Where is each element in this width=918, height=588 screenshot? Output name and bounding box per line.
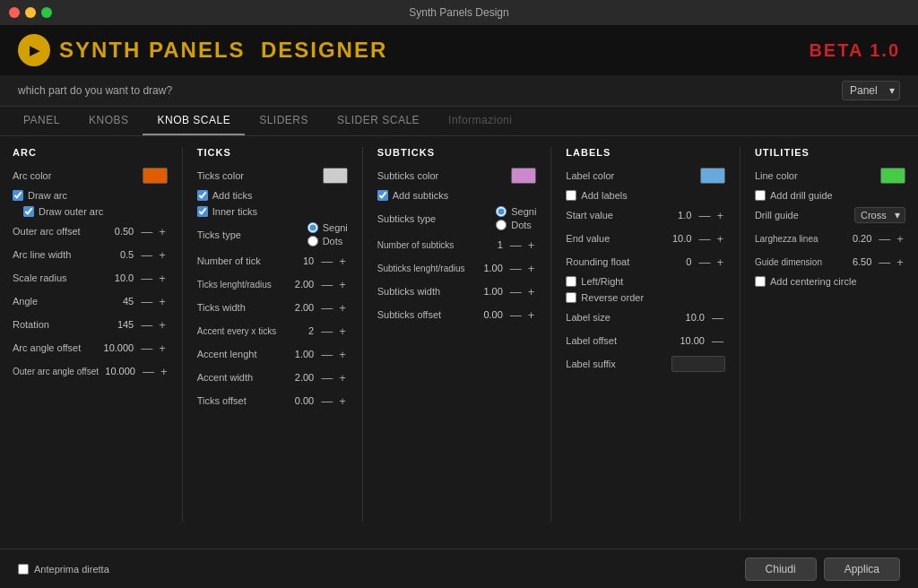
ticks-color-swatch[interactable] [323, 168, 348, 184]
subticks-color-swatch[interactable] [511, 168, 536, 184]
accent-every-x-ticks-increase[interactable]: + [337, 325, 348, 337]
tab-sliders[interactable]: SLIDERS [245, 107, 323, 135]
subticks-width-increase[interactable]: + [526, 286, 537, 298]
inner-ticks-row: Inner ticks [197, 206, 348, 217]
accent-every-x-ticks-decrease[interactable]: — [319, 325, 334, 337]
preview-checkbox[interactable] [18, 564, 29, 575]
tab-panel[interactable]: PANEL [9, 107, 74, 135]
number-of-subticks-label: Number of subticks [377, 240, 455, 250]
start-value-increase[interactable]: + [714, 210, 725, 221]
drill-guide-select[interactable]: Cross Circle None [854, 207, 905, 223]
ticks-offset-stepper: — + [319, 395, 348, 407]
angle-value: 45 [102, 296, 134, 307]
end-value-increase[interactable]: + [714, 233, 725, 245]
ticks-type-segni-radio[interactable] [307, 222, 318, 233]
ticks-width-decrease[interactable]: — [319, 302, 334, 314]
subticks-width-decrease[interactable]: — [508, 286, 524, 298]
subticks-offset-increase[interactable]: + [526, 309, 537, 321]
tab-knobs[interactable]: KNOBS [74, 107, 143, 135]
arc-angle-offset-decrease[interactable]: — [139, 342, 154, 354]
line-color-swatch[interactable] [880, 168, 905, 184]
label-size-decrease[interactable]: — [710, 312, 725, 324]
guide-dimension-value: 6.50 [840, 256, 871, 267]
close-window-button[interactable] [9, 7, 20, 18]
draw-outer-arc-checkbox[interactable] [23, 206, 34, 217]
subticks-type-dots-label: Dots [511, 220, 532, 230]
start-value-decrease[interactable]: — [697, 210, 712, 221]
accent-lenght-value: 1.00 [282, 349, 314, 359]
label-suffix-input[interactable] [671, 356, 725, 372]
accent-lenght-decrease[interactable]: — [319, 349, 334, 360]
subticks-type-dots-radio[interactable] [496, 220, 507, 230]
tab-slider-scale[interactable]: SLIDER SCALE [323, 107, 434, 135]
accent-width-decrease[interactable]: — [319, 372, 334, 384]
rounding-float-decrease[interactable]: — [697, 256, 712, 268]
end-value-decrease[interactable]: — [697, 233, 712, 245]
ticks-offset-increase[interactable]: + [337, 395, 348, 407]
arc-line-width-increase[interactable]: + [157, 249, 168, 261]
minimize-window-button[interactable] [25, 7, 36, 18]
toolbar: which part do you want to draw? Panel Kn… [0, 75, 918, 107]
add-ticks-checkbox[interactable] [197, 190, 208, 201]
label-color-swatch[interactable] [700, 168, 725, 184]
add-drill-guide-checkbox[interactable] [755, 190, 766, 201]
angle-increase[interactable]: + [157, 296, 168, 307]
panel-select[interactable]: Panel Knob Slider [842, 81, 900, 100]
start-value-value: 1.0 [660, 210, 691, 220]
left-right-checkbox[interactable] [566, 276, 576, 287]
arc-angle-offset-increase[interactable]: + [157, 342, 168, 354]
utilities-title: UTILITIES [755, 147, 905, 158]
ticks-lenght-radius-decrease[interactable]: — [319, 279, 334, 290]
arc-color-swatch[interactable] [143, 168, 168, 184]
subticks-lenght-radius-increase[interactable]: + [526, 263, 537, 274]
subticks-lenght-radius-decrease[interactable]: — [508, 263, 524, 274]
number-of-tick-decrease[interactable]: — [319, 255, 334, 267]
angle-decrease[interactable]: — [139, 296, 154, 307]
number-of-subticks-decrease[interactable]: — [508, 239, 524, 251]
rounding-float-stepper: — + [697, 256, 725, 268]
maximize-window-button[interactable] [41, 7, 52, 18]
accent-width-increase[interactable]: + [337, 372, 348, 384]
add-centering-circle-checkbox[interactable] [755, 276, 766, 287]
subticks-offset-label: Subticks offset [377, 309, 441, 320]
rounding-float-increase[interactable]: + [714, 256, 725, 268]
ticks-type-dots-radio[interactable] [307, 236, 318, 246]
subticks-color-row: Subticks color [377, 167, 537, 185]
guide-dimension-row: Guide dimension 6.50 — + [755, 253, 905, 271]
number-of-tick-increase[interactable]: + [337, 255, 348, 267]
number-of-subticks-value: 1 [472, 239, 503, 250]
arc-line-width-decrease[interactable]: — [139, 249, 154, 261]
inner-ticks-checkbox[interactable] [197, 206, 208, 217]
outer-arc-angle-offset-decrease[interactable]: — [141, 366, 156, 377]
guide-dimension-increase[interactable]: + [895, 256, 905, 268]
subticks-type-segni-radio[interactable] [496, 206, 507, 217]
accent-lenght-increase[interactable]: + [337, 349, 348, 360]
outer-arc-offset-increase[interactable]: + [157, 226, 168, 238]
rotation-decrease[interactable]: — [139, 319, 154, 331]
add-labels-checkbox[interactable] [566, 190, 576, 201]
label-offset-decrease[interactable]: — [710, 335, 725, 347]
subticks-offset-decrease[interactable]: — [508, 309, 524, 321]
draw-arc-checkbox[interactable] [13, 190, 23, 201]
outer-arc-offset-stepper: — + [139, 226, 168, 238]
scale-radius-increase[interactable]: + [157, 272, 168, 284]
rotation-increase[interactable]: + [157, 319, 168, 331]
ticks-offset-decrease[interactable]: — [319, 395, 334, 407]
reverse-order-checkbox[interactable] [566, 292, 576, 303]
number-of-subticks-increase[interactable]: + [526, 239, 537, 251]
apply-button[interactable]: Applica [824, 558, 900, 581]
outer-arc-angle-offset-increase[interactable]: + [159, 366, 169, 377]
larghezza-linea-decrease[interactable]: — [877, 233, 892, 245]
subticks-type-row: Subticks type Segni Dots [377, 206, 537, 230]
add-subticks-checkbox[interactable] [377, 190, 388, 201]
guide-dimension-decrease[interactable]: — [877, 256, 892, 268]
larghezza-linea-increase[interactable]: + [895, 233, 905, 245]
outer-arc-offset-decrease[interactable]: — [139, 226, 154, 238]
label-offset-value: 10.00 [673, 335, 705, 346]
scale-radius-decrease[interactable]: — [139, 272, 154, 284]
ticks-lenght-radius-increase[interactable]: + [337, 279, 348, 290]
scale-radius-stepper: — + [139, 272, 168, 284]
close-button[interactable]: Chiudi [745, 558, 817, 581]
ticks-width-increase[interactable]: + [337, 302, 348, 314]
tab-knob-scale[interactable]: KNOB SCALE [143, 107, 245, 135]
